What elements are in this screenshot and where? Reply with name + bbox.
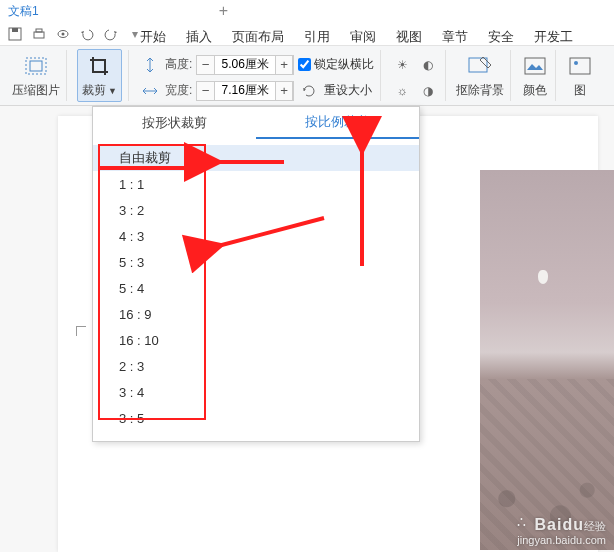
group-pic: 图 <box>560 50 600 101</box>
height-input[interactable] <box>215 56 275 74</box>
crop-tab-shape[interactable]: 按形状裁剪 <box>93 107 256 139</box>
svg-point-5 <box>62 32 65 35</box>
width-plus[interactable]: + <box>275 82 293 100</box>
brightness-down-icon[interactable]: ☼ <box>391 80 413 102</box>
svg-rect-9 <box>525 58 545 74</box>
ratio-2-3[interactable]: 2 : 3 <box>93 353 419 379</box>
brightness-up-icon[interactable]: ☀ <box>391 54 413 76</box>
width-minus[interactable]: − <box>197 82 215 100</box>
color-icon <box>521 52 549 80</box>
contrast-down-icon[interactable]: ◑ <box>417 80 439 102</box>
crop-dropdown: 按形状裁剪 按比例裁剪 自由裁剪 1 : 1 3 : 2 4 : 3 5 : 3… <box>92 106 420 442</box>
tab-section[interactable]: 章节 <box>442 28 468 46</box>
compress-icon <box>22 52 50 80</box>
color-label: 颜色 <box>523 82 547 99</box>
group-bg: 抠除背景 <box>450 50 511 101</box>
ratio-3-4[interactable]: 3 : 4 <box>93 379 419 405</box>
lock-ratio-input[interactable] <box>298 58 311 71</box>
reset-size-icon[interactable] <box>298 80 320 102</box>
title-bar: 文稿1 + <box>0 0 614 22</box>
margin-mark-icon <box>76 326 86 336</box>
crop-icon <box>85 52 113 80</box>
selected-image[interactable] <box>480 170 614 550</box>
crop-tabs: 按形状裁剪 按比例裁剪 <box>93 107 419 139</box>
tab-view[interactable]: 视图 <box>396 28 422 46</box>
remove-bg-button[interactable]: 抠除背景 <box>456 52 504 99</box>
group-crop: 裁剪▼ <box>71 50 129 101</box>
redo-icon[interactable] <box>102 25 120 43</box>
ratio-4-3[interactable]: 4 : 3 <box>93 223 419 249</box>
lock-ratio-label: 锁定纵横比 <box>314 56 374 73</box>
group-size: 高度: − + 锁定纵横比 宽度: − + 重设大小 <box>133 50 381 101</box>
svg-rect-2 <box>34 32 44 38</box>
remove-bg-icon <box>466 52 494 80</box>
preview-icon[interactable] <box>54 25 72 43</box>
save-icon[interactable] <box>6 25 24 43</box>
ratio-5-4[interactable]: 5 : 4 <box>93 275 419 301</box>
ribbon: 压缩图片 裁剪▼ 高度: − + 锁定纵横比 宽度: − + <box>0 46 614 106</box>
tab-insert[interactable]: 插入 <box>186 28 212 46</box>
ratio-list: 自由裁剪 1 : 1 3 : 2 4 : 3 5 : 3 5 : 4 16 : … <box>93 139 419 441</box>
compress-button[interactable]: 压缩图片 <box>12 52 60 99</box>
tab-layout[interactable]: 页面布局 <box>232 28 284 46</box>
reset-size-label[interactable]: 重设大小 <box>324 82 372 99</box>
width-icon <box>139 80 161 102</box>
image-detail <box>538 270 548 284</box>
contrast-up-icon[interactable]: ◐ <box>417 54 439 76</box>
width-label: 宽度: <box>165 82 192 99</box>
ratio-3-5[interactable]: 3 : 5 <box>93 405 419 431</box>
document-title: 文稿1 <box>8 3 39 20</box>
lock-ratio-checkbox[interactable]: 锁定纵横比 <box>298 56 374 73</box>
remove-bg-label: 抠除背景 <box>456 82 504 99</box>
height-icon <box>139 54 161 76</box>
pic-label: 图 <box>574 82 586 99</box>
height-spinner[interactable]: − + <box>196 55 294 75</box>
width-input[interactable] <box>215 82 275 100</box>
color-button[interactable]: 颜色 <box>521 52 549 99</box>
undo-icon[interactable] <box>78 25 96 43</box>
group-color: 颜色 <box>515 50 556 101</box>
svg-point-11 <box>574 61 578 65</box>
crop-tab-ratio[interactable]: 按比例裁剪 <box>256 107 419 139</box>
tab-start[interactable]: 开始 <box>140 28 166 46</box>
ratio-1-1[interactable]: 1 : 1 <box>93 171 419 197</box>
new-tab-plus[interactable]: + <box>219 2 228 20</box>
svg-rect-6 <box>26 58 46 74</box>
svg-rect-3 <box>36 29 42 32</box>
watermark-sub: 经验 <box>584 520 606 532</box>
ribbon-tabs: 开始 插入 页面布局 引用 审阅 视图 章节 安全 开发工 <box>140 24 573 46</box>
crop-label: 裁剪 <box>82 82 106 99</box>
watermark-brand: Baidu <box>535 516 584 533</box>
ratio-16-9[interactable]: 16 : 9 <box>93 301 419 327</box>
height-plus[interactable]: + <box>275 56 293 74</box>
svg-rect-10 <box>570 58 590 74</box>
print-icon[interactable] <box>30 25 48 43</box>
watermark: Baidu经验 jingyan.baidu.com <box>517 516 606 546</box>
group-adjust: ☀ ◐ ☼ ◑ <box>385 50 446 101</box>
chevron-down-icon: ▼ <box>108 86 117 96</box>
height-minus[interactable]: − <box>197 56 215 74</box>
tab-developer[interactable]: 开发工 <box>534 28 573 46</box>
ratio-16-10[interactable]: 16 : 10 <box>93 327 419 353</box>
pic-icon <box>566 52 594 80</box>
compress-label: 压缩图片 <box>12 82 60 99</box>
width-spinner[interactable]: − + <box>196 81 294 101</box>
ratio-free[interactable]: 自由裁剪 <box>93 145 419 171</box>
ratio-3-2[interactable]: 3 : 2 <box>93 197 419 223</box>
tab-reference[interactable]: 引用 <box>304 28 330 46</box>
svg-rect-7 <box>30 61 42 71</box>
svg-rect-1 <box>12 28 18 32</box>
height-label: 高度: <box>165 56 192 73</box>
crop-button[interactable]: 裁剪▼ <box>77 49 122 102</box>
paw-icon <box>517 516 535 530</box>
watermark-url: jingyan.baidu.com <box>517 534 606 546</box>
tab-security[interactable]: 安全 <box>488 28 514 46</box>
ratio-5-3[interactable]: 5 : 3 <box>93 249 419 275</box>
tab-review[interactable]: 审阅 <box>350 28 376 46</box>
pic-button[interactable]: 图 <box>566 52 594 99</box>
group-compress: 压缩图片 <box>6 50 67 101</box>
